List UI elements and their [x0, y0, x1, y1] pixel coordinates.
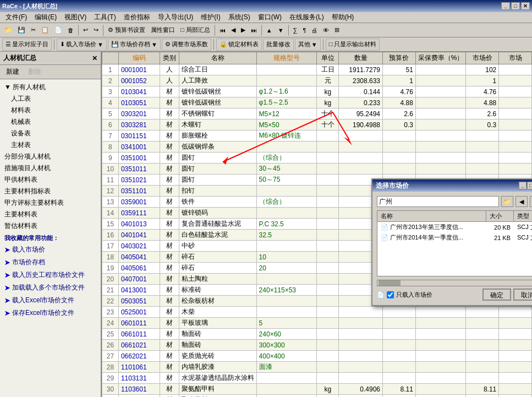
- tree-estimate[interactable]: 暂估材料表: [2, 220, 98, 232]
- func-save-price[interactable]: ➤ 市场价存档: [2, 256, 98, 269]
- tree-section[interactable]: 分部分项人材机: [2, 151, 98, 162]
- btn-show-output[interactable]: □ 只显示输出材料: [326, 39, 380, 51]
- func-load-price[interactable]: ➤ 载入市场价: [2, 243, 98, 256]
- select-market-dialog[interactable]: 选择市场价 _ □ ✕ 📁 ◀ ▶: [371, 178, 532, 306]
- menu-maintain[interactable]: 维护(I): [198, 12, 223, 23]
- menu-online[interactable]: 在线服务(L): [286, 12, 327, 23]
- dialog-maximize[interactable]: □: [527, 182, 532, 189]
- table-row[interactable]: 5 0303201 材 不锈钢螺钉 M5×12 十个 95.2494 2.6 2…: [102, 108, 532, 119]
- table-row[interactable]: 25 0661011 材 釉面砖 240×60: [102, 329, 532, 340]
- tb-paste[interactable]: 📄: [52, 24, 64, 36]
- btn-batch[interactable]: 批量修改: [263, 39, 294, 51]
- col-type[interactable]: 类别: [160, 52, 179, 64]
- file-row-2[interactable]: 📄 广州市2014年第一季度信... 21 KB SCJ 文: [377, 232, 532, 243]
- tb-properties[interactable]: 属性窗口: [149, 24, 177, 36]
- menu-system[interactable]: 系统(S): [225, 12, 254, 23]
- dialog-folder-button[interactable]: 📁: [501, 196, 513, 207]
- menu-window[interactable]: 窗口(W): [255, 12, 285, 23]
- dialog-minimize[interactable]: _: [519, 182, 526, 189]
- tb-nav1[interactable]: ⏮: [217, 24, 228, 36]
- menu-cost[interactable]: 造价指标: [120, 12, 153, 23]
- tree-labor[interactable]: 人工表: [2, 93, 98, 105]
- table-row[interactable]: 8 0341001 材 低碳钢焊条: [102, 142, 532, 153]
- col-rate[interactable]: 采保费率（%）: [415, 52, 466, 64]
- btn-adjust[interactable]: ⚙ 调整市场系数: [162, 39, 211, 51]
- dialog-nav-back[interactable]: ◀: [515, 196, 528, 207]
- delete-btn[interactable]: 删除: [24, 66, 45, 78]
- tree-main-mat[interactable]: 主材表: [2, 139, 98, 151]
- col-mkt2[interactable]: 市场: [499, 52, 532, 64]
- col-qty[interactable]: 数量: [339, 52, 383, 64]
- btn-other[interactable]: 其他 ▼: [295, 39, 321, 51]
- table-row[interactable]: 28 1101061 材 内墙乳胶漆 面漆: [102, 362, 532, 373]
- table-row[interactable]: 7 0301151 材 膨胀螺栓 M6×80 镀锌连: [102, 130, 532, 142]
- btn-load-price[interactable]: ⬇ 载入市场价 ▼: [57, 39, 107, 51]
- tree-main-list[interactable]: 主要材料表: [2, 209, 98, 220]
- col-budget[interactable]: 预算价: [383, 52, 416, 64]
- col-mkt[interactable]: 市场价: [466, 52, 499, 64]
- table-row[interactable]: 1 0001001 人 综合工日 工日 1911.7279 51 102: [102, 64, 532, 75]
- tb-undo[interactable]: ↩: [81, 24, 90, 36]
- load-only-checkbox[interactable]: [387, 291, 394, 298]
- tb-settings[interactable]: ⚙ 预算书设置: [106, 24, 147, 36]
- tb-summary[interactable]: □ 局部汇总: [178, 24, 212, 36]
- table-row[interactable]: 26 0661021 材 釉面砖 300×300: [102, 340, 532, 351]
- tree-machine[interactable]: 机械表: [2, 116, 98, 128]
- tb-copy[interactable]: 📋: [39, 24, 51, 36]
- col-code[interactable]: 编码: [118, 52, 160, 64]
- dialog-path-input[interactable]: [377, 196, 499, 207]
- panel-close-icon[interactable]: ✕: [92, 55, 97, 62]
- dialog-scrollbar[interactable]: [377, 280, 532, 286]
- table-row[interactable]: 4 0103051 材 镀锌低碳钢丝 φ1.5～2.5 kg 0.233 4.8…: [102, 97, 532, 108]
- table-row[interactable]: 23 0525001 材 木柴: [102, 307, 532, 318]
- tb-nav3[interactable]: ▶: [239, 24, 248, 36]
- btn-save-price[interactable]: 💾 市场价存档 ▼: [108, 39, 161, 51]
- tree-equip[interactable]: 设备表: [2, 128, 98, 139]
- close-button[interactable]: ✕: [521, 2, 530, 10]
- func-excel-save[interactable]: ➤ 保存Excel市场价文件: [2, 307, 98, 319]
- minimize-button[interactable]: _: [501, 2, 510, 10]
- tb-new[interactable]: 📁: [2, 24, 14, 36]
- menu-file[interactable]: 文件(F): [2, 12, 30, 23]
- tb-settings2[interactable]: ⊞: [332, 24, 342, 36]
- tb-down[interactable]: ▼: [276, 24, 286, 36]
- tb-save[interactable]: 💾: [15, 24, 28, 36]
- menu-help[interactable]: 帮助(H): [328, 12, 358, 23]
- tb-nav4[interactable]: ⏭: [249, 24, 259, 36]
- table-row[interactable]: 6 0303281 材 木螺钉 M5×50 十个 190.4988 0.3 0.…: [102, 119, 532, 130]
- tb-cut[interactable]: ✂: [29, 24, 38, 36]
- ok-button[interactable]: 确定: [482, 289, 511, 301]
- func-multi-load[interactable]: ➤ 加载载入多个市场价文件: [2, 281, 98, 294]
- table-row[interactable]: 31 1103611 材 聚酯乙料 kg 0.8722 20.27 20.27: [102, 395, 532, 398]
- table-row[interactable]: 29 1103131 材 水泥基渗透结晶防水涂料: [102, 373, 532, 384]
- dialog-file-list[interactable]: 名称 大小 类型 📄 广州市2013年第三季度信... 20 KB SCJ 文: [377, 210, 532, 276]
- col-name[interactable]: 名称: [179, 52, 256, 64]
- table-row[interactable]: 9 0351001 材 圆钉 （综合）: [102, 153, 532, 164]
- tree-eval[interactable]: 甲方评标主要材料表: [2, 197, 98, 209]
- table-row[interactable]: 27 0662021 材 瓷质抛光砖 400×400: [102, 351, 532, 362]
- tree-measure[interactable]: 措施项目人材机: [2, 162, 98, 174]
- func-excel-load[interactable]: ➤ 载入Excel市场价文件: [2, 294, 98, 307]
- col-spec[interactable]: 规格型号: [256, 52, 317, 64]
- tb-calc[interactable]: ∑: [291, 24, 300, 36]
- file-row-1[interactable]: 📄 广州市2013年第三季度信... 20 KB SCJ 文: [377, 222, 532, 232]
- tb-redo[interactable]: ↪: [91, 24, 101, 36]
- cancel-button[interactable]: 取消: [513, 289, 532, 301]
- tree-root[interactable]: ▼ 所有人材机: [2, 81, 98, 93]
- table-row[interactable]: 10 0351011 材 圆钉 30～45: [102, 164, 532, 175]
- tb-up[interactable]: ▲: [264, 24, 275, 36]
- tree-main-indicator[interactable]: 主要材料指标表: [2, 186, 98, 197]
- new-btn[interactable]: 新建: [2, 66, 23, 78]
- tb-print[interactable]: 🖨: [309, 24, 320, 36]
- maximize-button[interactable]: □: [511, 2, 520, 10]
- tree-material[interactable]: 材料表: [2, 105, 98, 116]
- tb-nav2[interactable]: ◀: [229, 24, 238, 36]
- table-row[interactable]: 30 1103601 材 聚氨酯甲料 kg 0.4906 8.11 8.11: [102, 384, 532, 395]
- func-history[interactable]: ➤ 载入历史工程市场价文件: [2, 269, 98, 281]
- tb-formula[interactable]: ¶: [300, 24, 308, 36]
- menu-tools[interactable]: 工具(T): [91, 12, 119, 23]
- dialog-nav-forward[interactable]: ▶: [530, 196, 532, 207]
- btn-show-items[interactable]: ☰ 显示对应子目: [2, 39, 52, 51]
- col-unit[interactable]: 单位: [317, 52, 339, 64]
- tree-supplied[interactable]: 甲供材料表: [2, 174, 98, 186]
